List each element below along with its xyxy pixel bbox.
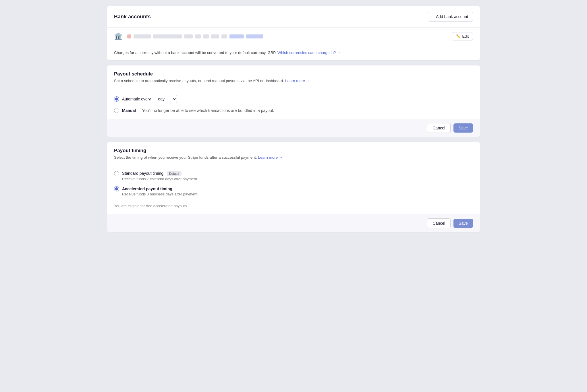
automatic-radio[interactable] — [114, 96, 119, 102]
redacted-block-10 — [246, 34, 263, 38]
redacted-block-1 — [127, 34, 131, 38]
payout-schedule-card: Payout schedule Set a schedule to automa… — [107, 65, 480, 137]
edit-bank-button[interactable]: ✏️ Edit — [452, 32, 473, 40]
manual-row: Manual — You'll no longer be able to see… — [114, 108, 473, 113]
edit-icon: ✏️ — [456, 34, 461, 38]
payout-schedule-cancel-button[interactable]: Cancel — [427, 123, 451, 133]
payout-schedule-actions: Cancel Save — [107, 119, 480, 137]
edit-label: Edit — [462, 34, 469, 38]
standard-timing-option: Standard payout timing Default Receive f… — [114, 171, 473, 181]
payout-schedule-header: Payout schedule Set a schedule to automa… — [107, 65, 480, 88]
manual-label: Manual — [122, 108, 136, 113]
standard-timing-label: Standard payout timing Default — [122, 171, 181, 176]
payout-timing-desc-text: Select the timing of when you receive yo… — [114, 155, 257, 160]
payout-timing-options: Standard payout timing Default Receive f… — [107, 165, 480, 214]
payout-timing-learn-more[interactable]: Learn more → — [258, 155, 283, 160]
accelerated-timing-radio[interactable] — [114, 186, 119, 191]
accelerated-timing-option: Accelerated payout timing Receive funds … — [114, 186, 473, 196]
payout-schedule-desc: Set a schedule to automatically receive … — [114, 78, 473, 84]
accelerated-timing-row: Accelerated payout timing — [114, 186, 473, 191]
info-bar: Charges for a currency without a bank ac… — [107, 45, 480, 60]
bank-accounts-header: Bank accounts + Add bank account — [107, 6, 480, 27]
redacted-block-3 — [153, 34, 182, 38]
payout-schedule-options: Automatic every day week month Manual — … — [107, 89, 480, 119]
payout-timing-card: Payout timing Select the timing of when … — [107, 142, 480, 232]
redacted-block-2 — [134, 34, 151, 38]
bank-details — [127, 34, 263, 38]
redacted-block-9 — [229, 34, 244, 38]
payout-schedule-title: Payout schedule — [114, 71, 473, 77]
accelerated-timing-label: Accelerated payout timing — [122, 187, 172, 191]
bank-accounts-card: Bank accounts + Add bank account 🏛️ — [107, 6, 480, 61]
bank-info: 🏛️ — [114, 32, 263, 40]
manual-radio[interactable] — [114, 108, 119, 113]
redacted-block-6 — [203, 34, 209, 38]
add-bank-account-button[interactable]: + Add bank account — [428, 12, 473, 22]
bank-accounts-title: Bank accounts — [114, 14, 151, 20]
payout-timing-desc: Select the timing of when you receive yo… — [114, 155, 473, 160]
payout-timing-title: Payout timing — [114, 148, 473, 154]
page-container: Bank accounts + Add bank account 🏛️ — [107, 6, 480, 232]
payout-schedule-save-button[interactable]: Save — [453, 123, 473, 133]
manual-desc: — You'll no longer be able to see which … — [137, 108, 274, 113]
redacted-block-4 — [184, 34, 193, 38]
payout-timing-header: Payout timing Select the timing of when … — [107, 142, 480, 165]
redacted-block-8 — [221, 34, 227, 38]
redacted-block-5 — [195, 34, 201, 38]
payout-schedule-desc-text: Set a schedule to automatically receive … — [114, 79, 284, 83]
free-accelerated-note: You are eligible for free accelerated pa… — [114, 204, 473, 208]
payout-timing-cancel-button[interactable]: Cancel — [427, 218, 451, 228]
standard-timing-row: Standard payout timing Default — [114, 171, 473, 176]
info-text: Charges for a currency without a bank ac… — [114, 51, 276, 55]
redacted-block-7 — [211, 34, 219, 38]
payout-timing-save-button[interactable]: Save — [453, 219, 473, 228]
standard-timing-badge: Default — [167, 171, 181, 176]
accelerated-timing-sub: Receive funds 3 business days after paym… — [122, 192, 473, 196]
payout-schedule-learn-more[interactable]: Learn more → — [285, 79, 310, 83]
bank-icon: 🏛️ — [114, 32, 123, 40]
day-select[interactable]: day week month — [154, 95, 177, 103]
currency-link[interactable]: Which currencies can I charge in? → — [277, 51, 341, 55]
automatic-label: Automatic every — [122, 97, 151, 101]
standard-timing-radio[interactable] — [114, 171, 119, 176]
bank-account-row: 🏛️ ✏️ Edit — [107, 28, 480, 45]
payout-timing-actions: Cancel Save — [107, 214, 480, 232]
manual-row-label: Manual — You'll no longer be able to see… — [122, 108, 274, 113]
standard-timing-sub: Receive funds 7 calendar days after paym… — [122, 177, 473, 181]
automatic-row: Automatic every day week month — [114, 95, 473, 103]
standard-timing-text: Standard payout timing — [122, 171, 163, 176]
